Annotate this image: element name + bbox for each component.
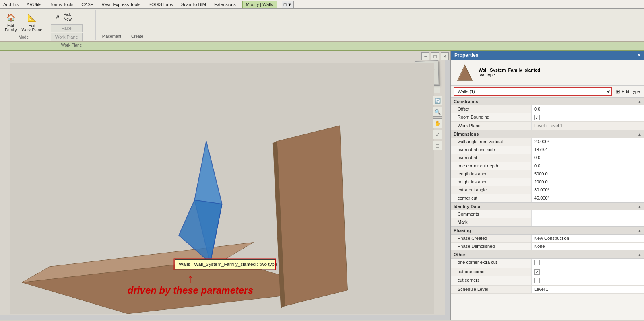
edit-workplane-label: EditWork Plane — [21, 23, 42, 32]
zoom-extents-tool[interactable]: ⤢ — [433, 130, 442, 139]
menu-modify-walls[interactable]: Modify | Walls — [242, 1, 277, 8]
family-preview: Wall_System_Family_slanted two type — [451, 60, 644, 86]
walls-selector[interactable]: Walls (1) — [454, 87, 612, 96]
phase-created-value[interactable]: New Construction — [532, 235, 644, 242]
work-plane-button[interactable]: Work Plane — [51, 33, 83, 41]
menu-bonus-tools[interactable]: Bonus Tools — [48, 1, 75, 8]
face-button[interactable]: Face — [51, 24, 83, 32]
edit-family-button[interactable]: 🏠 EditFamily — [3, 11, 18, 33]
overcut-ht-label: overcut ht — [451, 154, 532, 162]
section-box-tool[interactable]: □ — [433, 141, 442, 150]
properties-panel: Properties × Wall_System_Family_slanted … — [451, 51, 644, 320]
prop-row-schedule-level: Schedule Level Level 1 — [451, 286, 644, 294]
menu-scan-to-bim[interactable]: Scan To BIM — [180, 1, 208, 8]
edit-type-icon: ⊞ — [615, 88, 620, 95]
selector-row: Walls (1) ⊞ Edit Type — [451, 86, 644, 97]
pick-new-button[interactable]: ↗ PickNew — [51, 11, 73, 23]
menu-arutils[interactable]: ARUtils — [25, 1, 43, 8]
prop-row-cut-one-corner: cut one corner — [451, 268, 644, 276]
menu-revit-express[interactable]: Revit Express Tools — [100, 1, 142, 8]
cut-corners-checkbox[interactable] — [534, 278, 540, 283]
overcut-ht-one-side-value[interactable]: 1879.4 — [532, 146, 644, 154]
room-bounding-checkbox[interactable] — [534, 115, 540, 120]
edit-workplane-button[interactable]: 📐 EditWork Plane — [20, 11, 44, 33]
edit-workplane-icon: 📐 — [26, 12, 37, 23]
schedule-level-value[interactable]: Level 1 — [532, 286, 644, 293]
viewport-bottom-scrollbar[interactable] — [0, 315, 450, 320]
menu-bar: Add-Ins ARUtils Bonus Tools CASE Revit E… — [0, 0, 644, 9]
restore-viewport-button[interactable]: □ — [431, 52, 439, 60]
room-bounding-value[interactable] — [532, 113, 644, 121]
prop-row-overcut-ht-one-side: overcut ht one side 1879.4 — [451, 146, 644, 154]
menu-extensions[interactable]: Extensions — [213, 1, 237, 8]
workplane-group-label: Work Plane — [51, 42, 92, 47]
other-section-header[interactable]: Other ▲ — [451, 251, 644, 259]
viewport-right-tools: 🔄 🔍 ✋ ⤢ □ — [433, 96, 442, 150]
cut-one-corner-value[interactable] — [532, 268, 644, 276]
viewport-toolbar-top-right: − □ × — [421, 52, 449, 60]
pick-new-icon: ↗ — [52, 12, 62, 22]
one-corner-cut-depth-label: one corner cut depth — [451, 162, 532, 170]
one-corner-extra-cut-checkbox[interactable] — [534, 260, 540, 265]
viewport-right-scrollbar[interactable] — [445, 60, 450, 315]
one-corner-cut-depth-value[interactable]: 0.0 — [532, 162, 644, 170]
length-instance-value[interactable]: 5000.0 — [532, 170, 644, 178]
phasing-section-header[interactable]: Phasing ▲ — [451, 226, 644, 235]
one-corner-extra-cut-value[interactable] — [532, 259, 644, 268]
other-label: Other — [454, 252, 465, 257]
height-instance-value[interactable]: 2000.0 — [532, 178, 644, 186]
panel-close-button[interactable]: × — [638, 52, 641, 58]
prop-row-extra-cut-angle: extra cut angle 30.000° — [451, 186, 644, 194]
prop-row-work-plane: Work Plane Level : Level 1 — [451, 122, 644, 130]
pan-tool[interactable]: ✋ — [433, 118, 442, 128]
comments-value[interactable] — [532, 210, 644, 218]
extra-cut-angle-value[interactable]: 30.000° — [532, 186, 644, 194]
menu-case[interactable]: CASE — [80, 1, 95, 8]
dimensions-section-header[interactable]: Dimensions ▲ — [451, 130, 644, 138]
family-name-label: Wall_System_Family_slanted — [479, 68, 540, 72]
prop-row-phase-demolished: Phase Demolished None — [451, 243, 644, 251]
corner-cut-value[interactable]: 45.000° — [532, 194, 644, 202]
ribbon-group-placement: Placement — [96, 10, 128, 40]
viewport[interactable]: − □ × LEFT ⟳ N — [0, 51, 451, 320]
prop-row-overcut-ht: overcut ht 0.0 — [451, 154, 644, 162]
cut-one-corner-checkbox[interactable] — [534, 269, 540, 275]
edit-type-button[interactable]: ⊞ Edit Type — [614, 87, 642, 95]
mark-value[interactable] — [532, 218, 644, 226]
one-corner-extra-cut-label: one corner extra cut — [451, 259, 532, 268]
annotation-arrow-icon: ↑ — [187, 272, 194, 285]
mark-label: Mark — [451, 218, 532, 226]
phasing-label: Phasing — [454, 228, 471, 233]
tab-dropdown[interactable]: □ ▼ — [282, 1, 294, 8]
placement-group-label: Placement — [99, 33, 124, 39]
identity-data-collapse-icon: ▲ — [638, 204, 642, 209]
svg-marker-3 — [277, 126, 348, 306]
wall-angle-value[interactable]: 20.000° — [532, 138, 644, 146]
mode-group-label: Mode — [3, 34, 44, 39]
phase-demolished-value[interactable]: None — [532, 243, 644, 250]
prop-row-wall-angle: wall angle from vertical 20.000° — [451, 138, 644, 146]
identity-data-section-header[interactable]: Identity Data ▲ — [451, 202, 644, 210]
comments-label: Comments — [451, 210, 532, 218]
prop-row-room-bounding: Room Bounding — [451, 113, 644, 122]
cut-corners-value[interactable] — [532, 276, 644, 285]
dimensions-label: Dimensions — [454, 132, 479, 136]
prop-row-offset: Offset 0.0 — [451, 105, 644, 113]
menu-sodis-labs[interactable]: SODIS Labs — [147, 1, 175, 8]
overcut-ht-value[interactable]: 0.0 — [532, 154, 644, 162]
orbit-tool[interactable]: 🔄 — [433, 96, 442, 105]
work-plane-label: Work Plane — [451, 122, 532, 130]
extra-cut-angle-label: extra cut angle — [451, 186, 532, 194]
room-bounding-label: Room Bounding — [451, 113, 532, 121]
close-viewport-button[interactable]: × — [441, 52, 449, 60]
edit-type-label: Edit Type — [621, 89, 640, 94]
offset-value[interactable]: 0.0 — [532, 105, 644, 113]
height-instance-label: height instance — [451, 178, 532, 186]
minimize-viewport-button[interactable]: − — [421, 52, 429, 60]
create-group-label: Create — [131, 33, 143, 39]
phase-demolished-label: Phase Demolished — [451, 243, 532, 250]
zoom-tool[interactable]: 🔍 — [433, 107, 442, 117]
prop-row-corner-cut: corner cut 45.000° — [451, 194, 644, 202]
constraints-section-header[interactable]: Constraints ▲ — [451, 97, 644, 105]
menu-add-ins[interactable]: Add-Ins — [2, 1, 20, 8]
